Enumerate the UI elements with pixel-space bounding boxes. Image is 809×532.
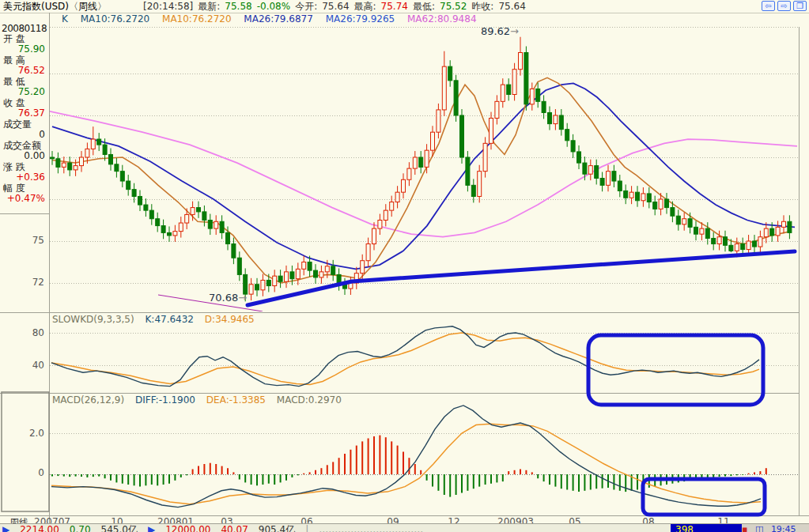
ma26-current: MA26:79.6877	[244, 13, 313, 25]
peak-annotation: 89.62→	[440, 25, 519, 37]
high-label: 最高:	[354, 0, 376, 13]
high-value: 75.74	[381, 1, 408, 12]
last-price-label: 最新:	[198, 0, 220, 13]
cascade-windows-icon: ❐	[796, 2, 803, 10]
ma26-value: MA26:79.9265	[326, 13, 395, 25]
drawn-trendline	[248, 251, 795, 305]
macd-axis-label-0: 0	[21, 467, 44, 478]
ma-indicator-bar: K MA10:76.2720 MA10:76.2720 MA26:79.6877…	[62, 13, 486, 25]
status-icon-2: ◫	[755, 524, 763, 532]
macd-axis-box	[2, 392, 49, 511]
ma10-current: MA10:76.2720	[81, 13, 150, 25]
diff-line	[51, 406, 761, 507]
ticker-item: 0.70	[70, 524, 91, 532]
back-button[interactable]: ⇦	[762, 1, 775, 11]
k-label: K	[62, 13, 68, 25]
prev-close-value: 75.64	[498, 1, 525, 12]
macd-hist-value: MACD:0.2970	[277, 394, 342, 406]
prev-close-label: 昨收:	[471, 0, 493, 13]
forward-button[interactable]: ⇨	[777, 1, 791, 11]
kd-axis-label-40: 40	[21, 360, 44, 371]
price-axis-label-72: 72	[21, 277, 44, 288]
status-ticker: ▶2214.000.70545.0亿▶12000.0040.07905.4亿|……	[2, 524, 433, 532]
ticker-item: 905.4亿	[259, 524, 295, 532]
macd-diff-value: DIFF:-1.1900	[135, 394, 195, 406]
left-arrow-icon: ⇦	[765, 2, 771, 10]
macd-header: MACD(26,12,9) DIFF:-1.1900 DEA:-1.3385 M…	[52, 394, 350, 405]
quote-row-high: 最 高 76.52	[0, 55, 49, 76]
ma62-value: MA62:80.9484	[407, 13, 477, 25]
ma10-value: MA10:76.2720	[162, 13, 232, 25]
last-price-value: 75.58	[225, 1, 251, 12]
quote-row-change: 涨 跌 +0.36	[0, 162, 49, 183]
ticker-item: 545.0亿	[101, 524, 138, 532]
ticker-item: ▶	[2, 524, 9, 532]
moving-averages	[49, 77, 797, 283]
highlight-box-1	[588, 335, 763, 405]
symbol-title: 美元指数(USD)〈周线〉	[3, 0, 107, 13]
status-bar: ▶2214.000.70545.0亿▶12000.0040.07905.4亿|……	[0, 523, 809, 532]
quote-row-amplitude: 幅 度 +0.47%	[0, 183, 49, 204]
quote-row-low: 最 低 75.20	[0, 77, 49, 97]
status-clock: 19:45	[771, 524, 796, 532]
quote-sidebar: 20080118 开 盘 75.90 最 高 76.52 最 低 75.20 收…	[0, 13, 49, 205]
price-axis-label-75: 75	[21, 235, 44, 246]
status-icon-1: ▪	[742, 524, 747, 532]
window-buttons: ⇦ ⇨ ❐	[762, 1, 807, 11]
trough-annotation: 70.68→	[209, 292, 247, 304]
notification-badge[interactable]: 398	[671, 524, 747, 532]
slowkd-header: SLOWKD(9,3,3,5) K:47.6432 D:34.9465	[52, 314, 263, 324]
ma10-line	[52, 77, 791, 283]
trough-arrow-icon: →	[238, 292, 247, 304]
kd-axis-label-80: 80	[21, 327, 44, 338]
ticker-item: ……………………………	[319, 524, 423, 532]
open-label: 今开:	[295, 0, 317, 13]
ticker-item: 40.07	[221, 524, 248, 532]
slowkd-k-value: K:47.6432	[145, 314, 194, 325]
low-label: 最低:	[413, 0, 435, 13]
ticker-item: 2214.00	[20, 524, 59, 532]
panel-frame	[0, 13, 809, 523]
low-value: 75.52	[440, 1, 467, 12]
open-value: 75.64	[322, 1, 349, 12]
quote-row-open: 开 盘 75.90	[0, 34, 49, 55]
dea-line	[51, 424, 761, 504]
peak-annotation-value: 89.62	[481, 25, 510, 37]
macd-series	[51, 406, 766, 507]
macd-axis-label-2: 2.0	[21, 428, 44, 439]
status-right-panel: ▪ ◫ 19:45	[742, 524, 809, 532]
quote-time: [20:14:58]	[143, 1, 193, 12]
quote-row-turnover: 成交金额 0.00	[0, 141, 49, 161]
slowkd-name: SLOWKD(9,3,3,5)	[52, 314, 134, 325]
ticker-item: ▶	[148, 524, 155, 532]
macd-dea-value: DEA:-1.3385	[206, 394, 266, 406]
ticker-item: 12000.00	[165, 524, 210, 532]
ticker-item: |	[305, 524, 308, 532]
app-window: 美元指数(USD)〈周线〉 [20:14:58] 最新: 75.58 -0.08…	[0, 0, 809, 532]
slowkd-d-value: D:34.9465	[205, 314, 255, 325]
peak-arrow-icon: →	[510, 25, 519, 37]
d-line	[51, 333, 759, 385]
title-bar: 美元指数(USD)〈周线〉 [20:14:58] 最新: 75.58 -0.08…	[0, 0, 809, 13]
quote-row-close: 收 盘 76.37	[0, 98, 49, 119]
cascade-windows-button[interactable]: ❐	[793, 1, 807, 11]
trough-annotation-value: 70.68	[209, 292, 238, 304]
change-percent: -0.08%	[257, 1, 290, 12]
quote-row-volume: 成交量 0	[0, 119, 49, 140]
macd-name: MACD(26,12,9)	[52, 394, 124, 406]
selected-date: 20080118	[2, 23, 49, 34]
right-arrow-icon: ⇨	[781, 2, 787, 10]
chart-canvas[interactable]	[0, 0, 809, 532]
